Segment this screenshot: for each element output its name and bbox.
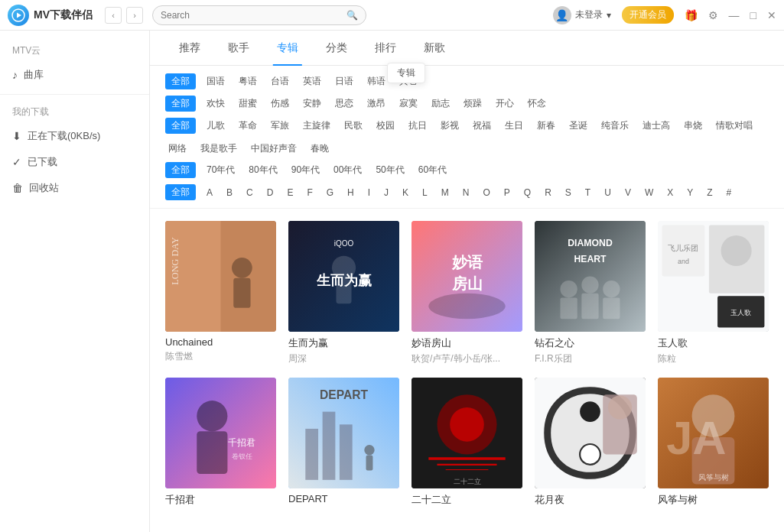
filter-tag-voice[interactable]: 中国好声音: [248, 141, 300, 156]
filter-tag-k[interactable]: K: [399, 187, 412, 199]
filter-tag-children[interactable]: 儿歌: [203, 118, 228, 133]
filter-tag-birthday[interactable]: 生日: [502, 118, 526, 133]
filter-tag-e[interactable]: E: [284, 187, 296, 199]
filter-tag-q[interactable]: Q: [521, 187, 534, 199]
album-item-2[interactable]: iQOO 生而为赢 生而为赢 周深: [288, 221, 399, 365]
filter-all-theme[interactable]: 全部: [165, 118, 196, 134]
filter-tag-t[interactable]: T: [582, 187, 594, 199]
filter-tag-antiwar[interactable]: 抗日: [405, 118, 430, 133]
filter-tag-f[interactable]: F: [304, 187, 315, 199]
filter-tag-happy[interactable]: 欢快: [203, 96, 228, 111]
filter-tag-d[interactable]: D: [264, 187, 277, 199]
maximize-button[interactable]: □: [750, 9, 756, 21]
vip-button[interactable]: 开通会员: [622, 6, 674, 24]
tab-category[interactable]: 分类: [312, 31, 361, 66]
album-item-6[interactable]: 千招君 卷钗任 千招君: [165, 378, 276, 509]
filter-tag-b[interactable]: B: [223, 187, 236, 199]
filter-tag-english[interactable]: 英语: [300, 74, 324, 89]
filter-tag-xmas[interactable]: 圣诞: [566, 118, 590, 133]
search-input[interactable]: [161, 10, 346, 21]
album-item-7[interactable]: DEPART DEPART: [288, 378, 399, 509]
filter-tag-disco[interactable]: 迪士高: [639, 118, 673, 133]
filter-tag-o[interactable]: O: [480, 187, 493, 199]
filter-tag-taiyu[interactable]: 台语: [268, 74, 292, 89]
filter-tag-c[interactable]: C: [243, 187, 256, 199]
tab-album[interactable]: 专辑: [263, 31, 312, 66]
filter-tag-korean[interactable]: 韩语: [364, 74, 389, 89]
filter-tag-annoyed[interactable]: 烦躁: [460, 96, 485, 111]
filter-tag-j[interactable]: J: [381, 187, 392, 199]
filter-tag-lonely[interactable]: 寂寞: [396, 96, 421, 111]
filter-tag-movie[interactable]: 影视: [438, 118, 462, 133]
filter-tag-love[interactable]: 思恋: [332, 96, 356, 111]
album-item-10[interactable]: JA 风筝与树 风筝与树: [658, 378, 769, 509]
filter-tag-60s[interactable]: 60年代: [415, 163, 450, 177]
filter-tag-wish[interactable]: 祝福: [470, 118, 494, 133]
filter-tag-nostalgic[interactable]: 怀念: [525, 96, 549, 111]
filter-all-language[interactable]: 全部: [165, 73, 196, 89]
filter-tag-g[interactable]: G: [324, 187, 337, 199]
filter-all-mood[interactable]: 全部: [165, 96, 196, 112]
sidebar-item-downloading[interactable]: ⬇ 正在下载(0KB/s): [0, 123, 149, 149]
filter-tag-internet[interactable]: 网络: [165, 141, 190, 156]
filter-all-era[interactable]: 全部: [165, 162, 196, 178]
filter-tag-duet[interactable]: 情歌对唱: [713, 118, 756, 133]
filter-tag-sad[interactable]: 伤感: [268, 96, 292, 111]
filter-tag-00s[interactable]: 00年代: [330, 163, 365, 177]
filter-tag-50s[interactable]: 50年代: [372, 163, 407, 177]
filter-tag-military[interactable]: 军旅: [268, 118, 292, 133]
filter-tag-revolution[interactable]: 革命: [236, 118, 260, 133]
filter-tag-campus[interactable]: 校园: [373, 118, 398, 133]
filter-tag-a[interactable]: A: [203, 187, 216, 199]
filter-tag-n[interactable]: N: [460, 187, 473, 199]
filter-tag-s[interactable]: S: [562, 187, 574, 199]
filter-tag-epic[interactable]: 激昂: [364, 96, 389, 111]
filter-tag-sweet[interactable]: 甜蜜: [236, 96, 260, 111]
tab-new[interactable]: 新歌: [410, 31, 459, 66]
tab-recommend[interactable]: 推荐: [165, 31, 214, 66]
filter-tag-80s[interactable]: 80年代: [246, 163, 280, 177]
album-item-5[interactable]: 飞儿乐团 and 玉人歌 玉人歌 陈粒: [658, 221, 769, 365]
filter-tag-z[interactable]: Z: [704, 187, 715, 199]
filter-tag-instrumental[interactable]: 纯音乐: [598, 118, 632, 133]
filter-tag-70s[interactable]: 70年代: [203, 163, 238, 177]
minimize-button[interactable]: —: [729, 9, 740, 21]
filter-tag-joyful[interactable]: 开心: [493, 96, 517, 111]
album-item-1[interactable]: LONG DAY Unchained 陈雪燃: [165, 221, 276, 365]
tab-rank[interactable]: 排行: [361, 31, 410, 66]
filter-tag-v[interactable]: V: [622, 187, 634, 199]
filter-tag-i[interactable]: I: [365, 187, 373, 199]
close-button[interactable]: ✕: [767, 9, 776, 21]
filter-tag-l[interactable]: L: [419, 187, 431, 199]
filter-tag-guoyu[interactable]: 国语: [203, 74, 228, 89]
filter-tag-inspire[interactable]: 励志: [428, 96, 453, 111]
gift-icon[interactable]: 🎁: [685, 9, 698, 21]
filter-tag-medley[interactable]: 串烧: [681, 118, 705, 133]
filter-tag-r[interactable]: R: [542, 187, 555, 199]
filter-tag-spring[interactable]: 新春: [534, 118, 558, 133]
nav-back-button[interactable]: ‹: [105, 7, 122, 24]
sidebar-item-downloaded[interactable]: ✓ 已下载: [0, 149, 149, 175]
filter-tag-japanese[interactable]: 日语: [332, 74, 356, 89]
filter-tag-p[interactable]: P: [501, 187, 513, 199]
filter-tag-folk[interactable]: 民歌: [341, 118, 366, 133]
filter-tag-singer[interactable]: 我是歌手: [197, 141, 240, 156]
filter-tag-x[interactable]: X: [664, 187, 676, 199]
filter-tag-patriot[interactable]: 主旋律: [300, 118, 333, 133]
sidebar-item-library[interactable]: ♪ 曲库: [0, 62, 149, 88]
filter-tag-h[interactable]: H: [344, 187, 357, 199]
user-info[interactable]: 👤 未登录 ▾: [553, 6, 611, 24]
filter-tag-calm[interactable]: 安静: [300, 96, 324, 111]
album-item-8[interactable]: 二十二立 二十二立: [412, 378, 522, 509]
tab-artist[interactable]: 歌手: [214, 31, 263, 66]
filter-tag-hash[interactable]: #: [724, 187, 735, 199]
nav-forward-button[interactable]: ›: [126, 7, 143, 24]
filter-tag-90s[interactable]: 90年代: [288, 163, 323, 177]
filter-all-alpha[interactable]: 全部: [165, 184, 196, 200]
filter-tag-gala[interactable]: 春晚: [307, 141, 332, 156]
filter-tag-u[interactable]: U: [601, 187, 614, 199]
sidebar-item-recycle[interactable]: 🗑 回收站: [0, 175, 149, 201]
album-item-4[interactable]: DIAMOND HEART 钻石: [535, 221, 646, 365]
filter-tag-yueyu[interactable]: 粤语: [236, 74, 260, 89]
filter-tag-m[interactable]: M: [438, 187, 452, 199]
